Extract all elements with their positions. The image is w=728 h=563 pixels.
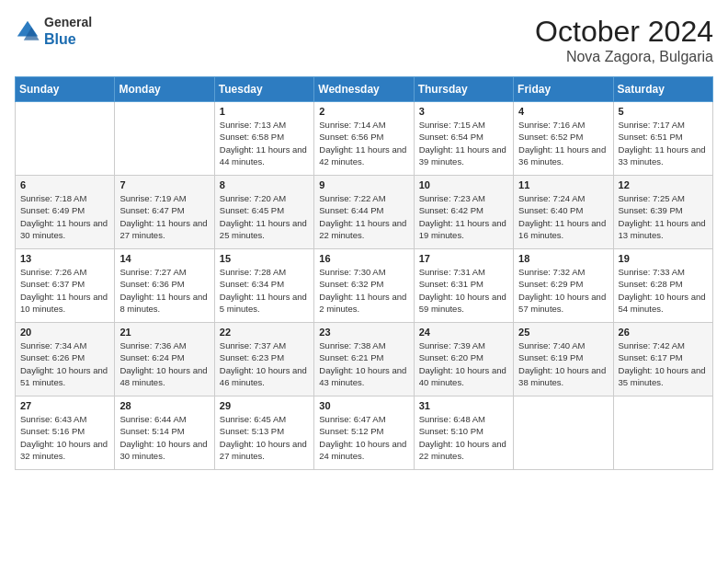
logo-blue: Blue (44, 30, 92, 48)
day-number: 8 (220, 179, 309, 190)
calendar-cell: 24 Sunrise: 7:39 AM Sunset: 6:20 PM Dayl… (414, 323, 513, 396)
daylight-text: Daylight: 11 hours and 16 minutes. (518, 217, 608, 242)
daylight-text: Daylight: 10 hours and 22 minutes. (419, 438, 508, 463)
sunset-text: Sunset: 6:17 PM (619, 351, 708, 363)
sunrise-text: Sunrise: 7:26 AM (20, 266, 109, 278)
daylight-text: Daylight: 10 hours and 24 minutes. (319, 438, 408, 463)
daylight-text: Daylight: 11 hours and 33 minutes. (619, 144, 708, 168)
day-number: 22 (220, 327, 309, 338)
day-number: 15 (220, 253, 309, 264)
daylight-text: Daylight: 11 hours and 13 minutes. (619, 217, 708, 242)
sunset-text: Sunset: 6:44 PM (319, 204, 408, 216)
day-number: 5 (619, 106, 708, 117)
day-info: Sunrise: 7:25 AM Sunset: 6:39 PM Dayligh… (619, 192, 708, 241)
day-info: Sunrise: 7:30 AM Sunset: 6:32 PM Dayligh… (319, 266, 408, 315)
sunrise-text: Sunrise: 7:19 AM (119, 192, 209, 204)
daylight-text: Daylight: 11 hours and 27 minutes. (119, 217, 209, 242)
calendar-cell (514, 396, 613, 470)
sunset-text: Sunset: 6:39 PM (619, 204, 708, 216)
day-info: Sunrise: 7:28 AM Sunset: 6:34 PM Dayligh… (220, 266, 309, 315)
calendar-cell (613, 396, 712, 470)
day-info: Sunrise: 7:26 AM Sunset: 6:37 PM Dayligh… (20, 266, 109, 315)
sunset-text: Sunset: 6:20 PM (419, 351, 508, 363)
day-number: 23 (319, 327, 408, 338)
sunrise-text: Sunrise: 7:42 AM (619, 339, 708, 351)
daylight-text: Daylight: 10 hours and 51 minutes. (20, 364, 109, 389)
sunrise-text: Sunrise: 6:43 AM (20, 413, 109, 425)
calendar-cell (16, 102, 115, 176)
calendar-cell: 4 Sunrise: 7:16 AM Sunset: 6:52 PM Dayli… (514, 102, 613, 176)
day-info: Sunrise: 7:42 AM Sunset: 6:17 PM Dayligh… (619, 339, 708, 388)
day-number: 17 (419, 253, 508, 264)
day-number: 24 (419, 327, 508, 338)
day-info: Sunrise: 7:34 AM Sunset: 6:26 PM Dayligh… (20, 339, 109, 388)
sunset-text: Sunset: 6:51 PM (619, 131, 708, 143)
sunrise-text: Sunrise: 6:45 AM (220, 413, 309, 425)
calendar-cell: 23 Sunrise: 7:38 AM Sunset: 6:21 PM Dayl… (314, 323, 414, 396)
calendar-week-row: 1 Sunrise: 7:13 AM Sunset: 6:58 PM Dayli… (16, 102, 713, 176)
sunset-text: Sunset: 6:34 PM (220, 278, 309, 290)
daylight-text: Daylight: 11 hours and 8 minutes. (119, 291, 209, 316)
day-number: 29 (220, 400, 309, 411)
day-number: 3 (419, 106, 508, 117)
calendar-table: SundayMondayTuesdayWednesdayThursdayFrid… (15, 76, 713, 470)
day-info: Sunrise: 6:43 AM Sunset: 5:16 PM Dayligh… (20, 413, 109, 462)
sunset-text: Sunset: 6:32 PM (319, 278, 408, 290)
calendar-cell: 3 Sunrise: 7:15 AM Sunset: 6:54 PM Dayli… (414, 102, 513, 176)
sunrise-text: Sunrise: 6:48 AM (419, 413, 508, 425)
daylight-text: Daylight: 11 hours and 30 minutes. (20, 217, 109, 242)
daylight-text: Daylight: 10 hours and 38 minutes. (518, 364, 608, 389)
sunset-text: Sunset: 6:31 PM (419, 278, 508, 290)
day-info: Sunrise: 7:37 AM Sunset: 6:23 PM Dayligh… (220, 339, 309, 388)
weekday-header: Friday (514, 77, 613, 102)
daylight-text: Daylight: 10 hours and 54 minutes. (619, 291, 708, 316)
calendar-cell: 29 Sunrise: 6:45 AM Sunset: 5:13 PM Dayl… (214, 396, 313, 470)
day-number: 10 (419, 179, 508, 190)
day-info: Sunrise: 6:44 AM Sunset: 5:14 PM Dayligh… (119, 413, 209, 462)
day-number: 26 (619, 327, 708, 338)
day-number: 19 (619, 253, 708, 264)
calendar-cell: 28 Sunrise: 6:44 AM Sunset: 5:14 PM Dayl… (115, 396, 214, 470)
calendar-cell: 17 Sunrise: 7:31 AM Sunset: 6:31 PM Dayl… (414, 249, 513, 323)
day-number: 27 (20, 400, 109, 411)
calendar-week-row: 13 Sunrise: 7:26 AM Sunset: 6:37 PM Dayl… (16, 249, 713, 323)
day-info: Sunrise: 7:14 AM Sunset: 6:56 PM Dayligh… (319, 119, 408, 167)
day-number: 20 (20, 327, 109, 338)
day-number: 14 (119, 253, 209, 264)
day-info: Sunrise: 7:20 AM Sunset: 6:45 PM Dayligh… (220, 192, 309, 241)
sunrise-text: Sunrise: 6:44 AM (119, 413, 209, 425)
day-number: 13 (20, 253, 109, 264)
day-number: 18 (518, 253, 608, 264)
day-number: 1 (220, 106, 309, 117)
daylight-text: Daylight: 10 hours and 43 minutes. (319, 364, 408, 389)
calendar-week-row: 27 Sunrise: 6:43 AM Sunset: 5:16 PM Dayl… (16, 396, 713, 470)
day-info: Sunrise: 7:16 AM Sunset: 6:52 PM Dayligh… (518, 119, 608, 167)
calendar-cell: 13 Sunrise: 7:26 AM Sunset: 6:37 PM Dayl… (16, 249, 115, 323)
logo-general: General (44, 15, 92, 30)
sunset-text: Sunset: 6:37 PM (20, 278, 109, 290)
sunrise-text: Sunrise: 7:33 AM (619, 266, 708, 278)
sunset-text: Sunset: 6:56 PM (319, 131, 408, 143)
calendar-week-row: 20 Sunrise: 7:34 AM Sunset: 6:26 PM Dayl… (16, 323, 713, 396)
day-info: Sunrise: 7:36 AM Sunset: 6:24 PM Dayligh… (119, 339, 209, 388)
sunset-text: Sunset: 6:28 PM (619, 278, 708, 290)
logo: General Blue (15, 15, 92, 48)
day-info: Sunrise: 7:40 AM Sunset: 6:19 PM Dayligh… (518, 339, 608, 388)
day-info: Sunrise: 6:45 AM Sunset: 5:13 PM Dayligh… (220, 413, 309, 462)
calendar-cell: 21 Sunrise: 7:36 AM Sunset: 6:24 PM Dayl… (115, 323, 214, 396)
weekday-header: Thursday (414, 77, 513, 102)
day-info: Sunrise: 7:22 AM Sunset: 6:44 PM Dayligh… (319, 192, 408, 241)
sunrise-text: Sunrise: 7:40 AM (518, 339, 608, 351)
title-block: October 2024 Nova Zagora, Bulgaria (535, 15, 713, 65)
weekday-header: Tuesday (214, 77, 313, 102)
sunrise-text: Sunrise: 7:22 AM (319, 192, 408, 204)
day-number: 9 (319, 179, 408, 190)
day-info: Sunrise: 7:24 AM Sunset: 6:40 PM Dayligh… (518, 192, 608, 241)
sunrise-text: Sunrise: 7:31 AM (419, 266, 508, 278)
daylight-text: Daylight: 10 hours and 46 minutes. (220, 364, 309, 389)
daylight-text: Daylight: 11 hours and 22 minutes. (319, 217, 408, 242)
daylight-text: Daylight: 10 hours and 32 minutes. (20, 438, 109, 463)
day-number: 16 (319, 253, 408, 264)
calendar-cell: 30 Sunrise: 6:47 AM Sunset: 5:12 PM Dayl… (314, 396, 414, 470)
calendar-cell: 11 Sunrise: 7:24 AM Sunset: 6:40 PM Dayl… (514, 176, 613, 249)
